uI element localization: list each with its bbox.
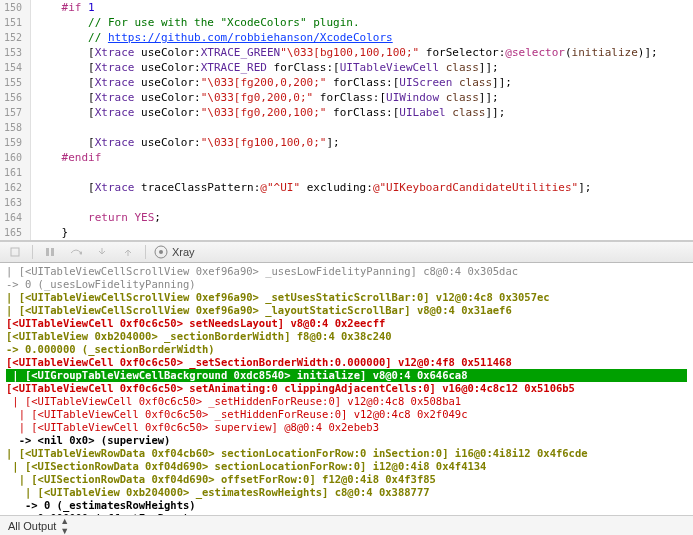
console-line: | [<UIGroupTableViewCellBackground 0xdc8… <box>6 369 687 382</box>
console-line: | [<UITableViewCellScrollView 0xef96a90>… <box>6 304 687 317</box>
code-line: #endif <box>35 150 689 165</box>
code-line: #if 1 <box>35 0 689 15</box>
line-number: 160 <box>4 150 22 165</box>
code-line: } <box>35 225 689 240</box>
svg-point-5 <box>159 250 163 254</box>
xray-button[interactable]: Xray <box>154 245 195 259</box>
xray-icon <box>154 245 168 259</box>
line-number: 153 <box>4 45 22 60</box>
line-number: 151 <box>4 15 22 30</box>
xray-label: Xray <box>172 246 195 258</box>
line-number: 163 <box>4 195 22 210</box>
step-out-button[interactable] <box>119 244 137 260</box>
code-line <box>35 195 689 210</box>
console-line: -> <nil 0x0> (superview) <box>6 434 687 447</box>
console-output[interactable]: | [<UITableViewCellScrollView 0xef96a90>… <box>0 263 693 515</box>
line-number: 152 <box>4 30 22 45</box>
line-number: 158 <box>4 120 22 135</box>
filter-stepper-icon[interactable]: ▲▼ <box>60 516 69 536</box>
line-number: 157 <box>4 105 22 120</box>
line-number: 162 <box>4 180 22 195</box>
output-filter[interactable]: All Output <box>8 520 56 532</box>
separator <box>32 245 33 259</box>
svg-rect-2 <box>51 248 54 256</box>
hide-debug-button[interactable] <box>6 244 24 260</box>
console-line: [<UITableViewCell 0xf0c6c50> _setSection… <box>6 356 687 369</box>
console-line: | [<UITableViewCellScrollView 0xef96a90>… <box>6 265 687 278</box>
line-number: 164 <box>4 210 22 225</box>
code-line <box>35 120 689 135</box>
code-line: return YES; <box>35 210 689 225</box>
console-line: | [<UISectionRowData 0xf04d690> offsetFo… <box>6 473 687 486</box>
code-editor: 1501511521531541551561571581591601611621… <box>0 0 693 241</box>
line-gutter: 1501511521531541551561571581591601611621… <box>0 0 31 240</box>
code-line: // For use with the "XcodeColors" plugin… <box>35 15 689 30</box>
pause-button[interactable] <box>41 244 59 260</box>
svg-rect-0 <box>11 248 19 256</box>
console-line: [<UITableView 0xb204000> _sectionBorderW… <box>6 330 687 343</box>
footer-bar: All Output ▲▼ <box>0 515 693 535</box>
console-line: | [<UITableView 0xb204000> _estimatesRow… <box>6 486 687 499</box>
code-line: [Xtrace useColor:"\033[fg200,0,200;" for… <box>35 75 689 90</box>
line-number: 159 <box>4 135 22 150</box>
step-over-button[interactable] <box>67 244 85 260</box>
code-line: [Xtrace useColor:"\033[fg0,200,100;" for… <box>35 105 689 120</box>
console-line: | [<UITableViewCellScrollView 0xef96a90>… <box>6 291 687 304</box>
console-line: [<UITableViewCell 0xf0c6c50> setAnimatin… <box>6 382 687 395</box>
console-line: | [<UITableViewRowData 0xf04cb60> sectio… <box>6 447 687 460</box>
line-number: 155 <box>4 75 22 90</box>
console-line: -> 0 (_estimatesRowHeights) <box>6 499 687 512</box>
line-number: 150 <box>4 0 22 15</box>
svg-rect-1 <box>46 248 49 256</box>
code-line: [Xtrace useColor:XTRACE_RED forClass:[UI… <box>35 60 689 75</box>
line-number: 156 <box>4 90 22 105</box>
console-line: | [<UISectionRowData 0xf04d690> sectionL… <box>6 460 687 473</box>
console-line: -> 0.000000 (_sectionBorderWidth) <box>6 343 687 356</box>
console-line: | [<UITableViewCell 0xf0c6c50> _setHidde… <box>6 395 687 408</box>
line-number: 154 <box>4 60 22 75</box>
console-line: [<UITableViewCell 0xf0c6c50> setNeedsLay… <box>6 317 687 330</box>
code-line: [Xtrace traceClassPattern:@"^UI" excludi… <box>35 180 689 195</box>
debug-toolbar: Xray <box>0 241 693 263</box>
console-line: | [<UITableViewCell 0xf0c6c50> superview… <box>6 421 687 434</box>
line-number: 165 <box>4 225 22 240</box>
code-area[interactable]: #if 1 // For use with the "XcodeColors" … <box>31 0 693 240</box>
console-line: -> 0 (_usesLowFidelityPanning) <box>6 278 687 291</box>
code-line: // https://github.com/robbiehanson/Xcode… <box>35 30 689 45</box>
code-line <box>35 165 689 180</box>
code-line: [Xtrace useColor:"\033[fg0,200,0;" forCl… <box>35 90 689 105</box>
console-line: | [<UITableViewCell 0xf0c6c50> _setHidde… <box>6 408 687 421</box>
line-number: 161 <box>4 165 22 180</box>
code-line: [Xtrace useColor:XTRACE_GREEN"\033[bg100… <box>35 45 689 60</box>
separator <box>145 245 146 259</box>
code-line: [Xtrace useColor:"\033[fg100,100,0;"]; <box>35 135 689 150</box>
step-in-button[interactable] <box>93 244 111 260</box>
